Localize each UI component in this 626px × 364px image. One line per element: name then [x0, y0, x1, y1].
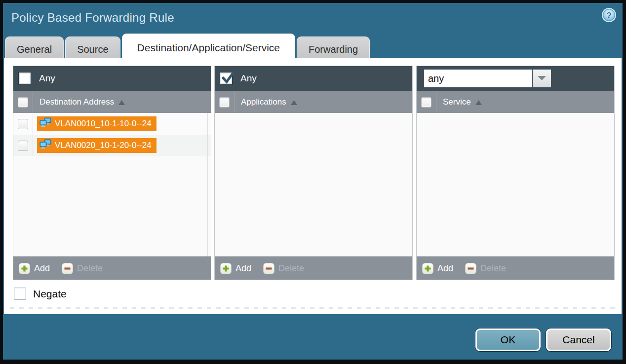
applications-header-label: Applications [241, 97, 286, 107]
applications-list [215, 113, 412, 256]
help-icon[interactable]: ? [601, 7, 617, 23]
destination-footer: Add Delete [13, 256, 211, 280]
applications-column-header: Applications [215, 91, 412, 113]
checkmark-icon [221, 71, 235, 85]
cancel-button[interactable]: Cancel [546, 328, 611, 351]
address-object[interactable]: VLAN0010_10-1-10-0--24 [37, 116, 156, 131]
destination-any-label: Any [39, 73, 55, 84]
minus-icon [62, 263, 73, 274]
row-checkbox[interactable] [18, 119, 28, 129]
tab-content-panel: Any Destination Address [4, 58, 622, 314]
table-row: VLAN0010_10-1-10-0--24 [13, 113, 211, 135]
plus-icon [19, 263, 30, 274]
negate-label: Negate [33, 288, 67, 300]
delete-button[interactable]: Delete [62, 263, 103, 274]
tab-bar: General Source Destination/Application/S… [5, 34, 371, 61]
service-footer: Add Delete [417, 256, 614, 280]
dialog-button-row: OK Cancel [3, 328, 623, 352]
destination-any-checkbox[interactable] [18, 72, 31, 85]
resize-grip [10, 307, 616, 309]
service-column-header: Service [417, 91, 614, 113]
svg-text:?: ? [606, 11, 611, 20]
add-button[interactable]: Add [19, 263, 50, 274]
service-dropdown [424, 70, 551, 87]
dialog-title: Policy Based Forwarding Rule [11, 3, 174, 33]
add-button[interactable]: Add [422, 263, 453, 274]
negate-checkbox[interactable] [14, 288, 26, 300]
sort-ascending-icon [118, 98, 125, 108]
plus-icon [422, 263, 433, 274]
applications-any-label: Any [240, 73, 257, 84]
row-checkbox[interactable] [18, 141, 28, 151]
title-bar: Policy Based Forwarding Rule ? [3, 3, 623, 34]
address-object-name: VLAN0020_10-1-20-0--24 [55, 141, 152, 150]
minus-icon [465, 263, 476, 274]
address-object[interactable]: VLAN0020_10-1-20-0--24 [37, 138, 156, 153]
network-address-icon [39, 117, 51, 130]
applications-select-all-checkbox[interactable] [219, 97, 230, 108]
service-column: Service Add Delete [416, 66, 615, 280]
minus-icon [263, 263, 274, 274]
tab-destination-application-service[interactable]: Destination/Application/Service [122, 34, 296, 61]
applications-column: Any Applications Add [214, 66, 413, 280]
add-button[interactable]: Add [220, 263, 251, 274]
chevron-down-icon [538, 74, 546, 83]
service-dropdown-input[interactable] [424, 70, 532, 87]
service-header-label: Service [443, 97, 471, 107]
sort-ascending-icon [475, 98, 482, 108]
service-list [417, 113, 614, 256]
service-select-all-checkbox[interactable] [421, 97, 431, 108]
delete-button[interactable]: Delete [465, 263, 506, 274]
service-header-sort[interactable]: Service [443, 97, 482, 108]
destination-select-all-checkbox[interactable] [18, 97, 28, 108]
destination-any-bar: Any [13, 66, 211, 91]
service-any-bar [417, 66, 614, 91]
destination-list: VLAN0010_10-1-10-0--24 [13, 113, 211, 256]
network-address-icon [39, 139, 51, 152]
delete-button[interactable]: Delete [263, 263, 304, 274]
applications-any-checkbox[interactable] [220, 72, 233, 85]
applications-header-sort[interactable]: Applications [241, 97, 297, 108]
tab-general[interactable]: General [5, 36, 64, 61]
applications-any-bar: Any [215, 66, 412, 91]
policy-based-forwarding-dialog: Policy Based Forwarding Rule ? General S… [3, 3, 623, 360]
destination-header-sort[interactable]: Destination Address [39, 97, 125, 108]
address-object-name: VLAN0010_10-1-10-0--24 [55, 119, 152, 129]
ok-button[interactable]: OK [475, 328, 541, 351]
destination-address-column: Any Destination Address [13, 66, 211, 280]
tab-source[interactable]: Source [65, 36, 120, 61]
destination-header-label: Destination Address [39, 97, 114, 107]
destination-column-header: Destination Address [13, 91, 211, 113]
plus-icon [220, 263, 232, 274]
negate-option: Negate [14, 288, 67, 300]
applications-footer: Add Delete [215, 256, 412, 280]
tab-forwarding[interactable]: Forwarding [297, 36, 370, 61]
service-dropdown-button[interactable] [533, 70, 551, 87]
table-row: VLAN0020_10-1-20-0--24 [13, 135, 211, 156]
sort-ascending-icon [291, 98, 297, 108]
